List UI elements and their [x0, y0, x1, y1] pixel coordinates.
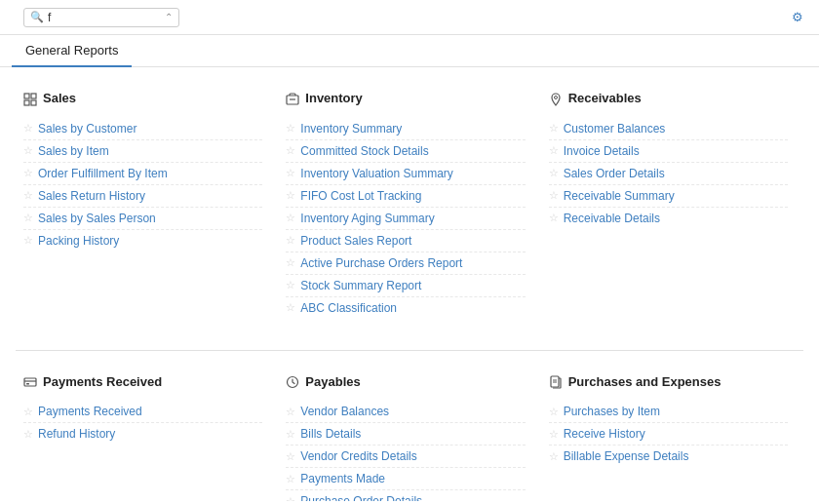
star-icon[interactable]: ☆ — [286, 144, 295, 157]
star-icon[interactable]: ☆ — [286, 212, 295, 224]
list-item[interactable]: ☆Purchase Order Details — [286, 490, 525, 501]
report-link[interactable]: Bills Details — [300, 427, 361, 441]
list-item[interactable]: ☆Active Purchase Orders Report — [286, 252, 525, 275]
star-icon[interactable]: ☆ — [286, 450, 295, 463]
report-link[interactable]: Product Sales Report — [300, 234, 411, 248]
star-icon[interactable]: ☆ — [23, 189, 33, 202]
list-item[interactable]: ☆Payments Received — [23, 401, 262, 423]
list-item[interactable]: ☆FIFO Cost Lot Tracking — [286, 185, 525, 208]
list-item[interactable]: ☆Sales by Sales Person — [23, 208, 262, 230]
report-link[interactable]: Receive History — [564, 427, 645, 441]
report-link[interactable]: Stock Summary Report — [300, 279, 421, 292]
star-icon[interactable]: ☆ — [549, 428, 559, 441]
star-icon[interactable]: ☆ — [23, 428, 33, 441]
list-item[interactable]: ☆Invoice Details — [549, 140, 788, 163]
list-item[interactable]: ☆Vendor Balances — [286, 401, 525, 423]
star-icon[interactable]: ☆ — [286, 406, 295, 418]
list-item[interactable]: ☆Customer Balances — [549, 118, 788, 140]
list-item[interactable]: ☆Order Fulfillment By Item — [23, 163, 262, 185]
list-item[interactable]: ☆Billable Expense Details — [549, 446, 788, 467]
list-item[interactable]: ☆Refund History — [23, 423, 262, 445]
report-link[interactable]: Vendor Balances — [300, 405, 389, 418]
report-link[interactable]: Inventory Aging Summary — [300, 212, 434, 225]
list-item[interactable]: ☆Purchases by Item — [549, 401, 788, 423]
search-box[interactable]: 🔍 ⌃ — [23, 8, 179, 27]
list-item[interactable]: ☆Receive History — [549, 423, 788, 446]
report-link[interactable]: Committed Stock Details — [300, 144, 428, 158]
star-icon[interactable]: ☆ — [549, 450, 559, 463]
report-link[interactable]: Payments Made — [300, 472, 385, 485]
list-item[interactable]: ☆Receivable Summary — [549, 185, 788, 208]
report-link[interactable]: Billable Expense Details — [564, 449, 689, 463]
star-icon[interactable]: ☆ — [549, 122, 559, 135]
star-icon[interactable]: ☆ — [549, 144, 559, 157]
report-link[interactable]: Inventory Valuation Summary — [300, 167, 453, 180]
report-link[interactable]: Order Fulfillment By Item — [38, 167, 168, 180]
star-icon[interactable]: ☆ — [549, 406, 559, 418]
report-link[interactable]: Purchase Order Details — [300, 494, 422, 501]
report-link[interactable]: Purchases by Item — [564, 405, 660, 418]
star-icon[interactable]: ☆ — [286, 122, 295, 135]
purchases-expenses-icon — [549, 374, 563, 390]
list-item[interactable]: ☆ABC Classification — [286, 297, 525, 319]
report-link[interactable]: Sales Return History — [38, 189, 145, 203]
star-icon[interactable]: ☆ — [286, 301, 295, 314]
star-icon[interactable]: ☆ — [286, 495, 295, 501]
list-item[interactable]: ☆Committed Stock Details — [286, 140, 525, 163]
report-link[interactable]: Inventory Summary — [300, 122, 402, 136]
list-item[interactable]: ☆Stock Summary Report — [286, 275, 525, 297]
report-link[interactable]: Active Purchase Orders Report — [300, 256, 462, 270]
star-icon[interactable]: ☆ — [286, 279, 295, 291]
list-item[interactable]: ☆Inventory Summary — [286, 118, 525, 140]
report-link[interactable]: Payments Received — [38, 405, 142, 418]
list-item[interactable]: ☆Receivable Details — [549, 208, 788, 229]
list-item[interactable]: ☆Product Sales Report — [286, 230, 525, 252]
section-header-receivables: Receivables — [549, 91, 788, 106]
report-link[interactable]: ABC Classification — [300, 301, 397, 315]
star-icon[interactable]: ☆ — [549, 212, 559, 224]
report-link[interactable]: Refund History — [38, 427, 115, 441]
report-link[interactable]: Sales by Customer — [38, 122, 136, 136]
star-icon[interactable]: ☆ — [286, 473, 295, 485]
star-icon[interactable]: ☆ — [286, 234, 295, 247]
star-icon[interactable]: ☆ — [549, 189, 559, 202]
list-item[interactable]: ☆Sales by Item — [23, 140, 262, 163]
list-item[interactable]: ☆Inventory Aging Summary — [286, 208, 525, 230]
star-icon[interactable]: ☆ — [23, 122, 33, 135]
star-icon[interactable]: ☆ — [286, 167, 295, 179]
report-link[interactable]: Packing History — [38, 234, 119, 248]
star-icon[interactable]: ☆ — [549, 167, 559, 179]
search-input[interactable] — [48, 11, 165, 24]
list-item[interactable]: ☆Bills Details — [286, 423, 525, 446]
configure-report-link[interactable]: ⚙ — [792, 10, 807, 24]
star-icon[interactable]: ☆ — [23, 144, 33, 157]
list-item[interactable]: ☆Payments Made — [286, 468, 525, 490]
report-link[interactable]: Invoice Details — [564, 144, 640, 158]
list-item[interactable]: ☆Inventory Valuation Summary — [286, 163, 525, 185]
svg-rect-9 — [26, 383, 29, 385]
list-item[interactable]: ☆Sales by Customer — [23, 118, 262, 140]
report-link[interactable]: FIFO Cost Lot Tracking — [300, 189, 421, 203]
section-title-payables: Payables — [305, 374, 360, 389]
tab-general-reports[interactable]: General Reports — [12, 35, 132, 67]
report-link[interactable]: Sales by Item — [38, 144, 109, 158]
report-link[interactable]: Customer Balances — [564, 122, 666, 136]
list-item[interactable]: ☆Vendor Credits Details — [286, 446, 525, 468]
star-icon[interactable]: ☆ — [23, 167, 33, 179]
report-link[interactable]: Receivable Details — [564, 212, 660, 225]
report-link[interactable]: Sales Order Details — [564, 167, 665, 180]
list-item[interactable]: ☆Sales Order Details — [549, 163, 788, 185]
report-link[interactable]: Sales by Sales Person — [38, 212, 156, 225]
star-icon[interactable]: ☆ — [23, 406, 33, 418]
search-collapse-icon[interactable]: ⌃ — [165, 12, 173, 22]
report-link[interactable]: Vendor Credits Details — [300, 449, 416, 463]
list-item[interactable]: ☆Sales Return History — [23, 185, 262, 208]
inventory-icon — [286, 91, 299, 106]
report-link[interactable]: Receivable Summary — [564, 189, 675, 203]
list-item[interactable]: ☆Packing History — [23, 230, 262, 252]
star-icon[interactable]: ☆ — [286, 256, 295, 269]
star-icon[interactable]: ☆ — [286, 428, 295, 441]
star-icon[interactable]: ☆ — [286, 189, 295, 202]
star-icon[interactable]: ☆ — [23, 212, 33, 224]
star-icon[interactable]: ☆ — [23, 234, 33, 247]
